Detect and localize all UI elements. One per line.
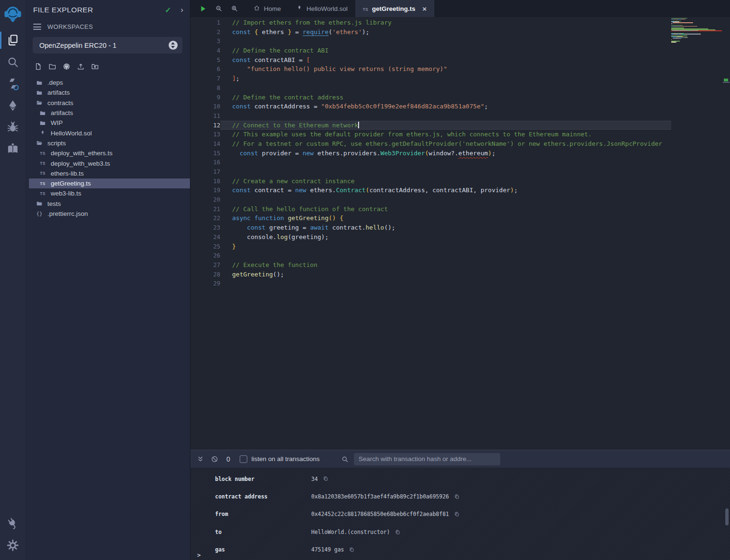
- tree-item-tests[interactable]: tests: [25, 199, 190, 209]
- code-line-26[interactable]: 26: [190, 251, 671, 260]
- code-line-3[interactable]: 3: [190, 36, 671, 46]
- debugger-icon[interactable]: [0, 116, 25, 138]
- code-line-22[interactable]: 22async function getGreeting() {: [190, 213, 671, 223]
- code-line-21[interactable]: 21// Call the hello function of the cont…: [190, 204, 671, 214]
- code-line-29[interactable]: 29: [190, 279, 671, 288]
- copy-icon[interactable]: [323, 476, 329, 482]
- code-line-9[interactable]: 9// Define the contract address: [190, 93, 671, 102]
- code-line-19[interactable]: 19const contract = new ethers.Contract(c…: [190, 186, 671, 195]
- line-number: 23: [190, 223, 220, 232]
- file-explorer-icon[interactable]: [0, 29, 25, 51]
- line-content: const { ethers } = require('ethers');: [220, 27, 671, 37]
- tree-item-wip[interactable]: WIP: [25, 118, 190, 128]
- tree-item--deps[interactable]: .deps: [25, 78, 190, 88]
- solidity-compiler-icon[interactable]: [0, 73, 25, 95]
- terminal-scrollbar-thumb[interactable]: [725, 508, 729, 525]
- code-line-18[interactable]: 18// Create a new contract instance: [190, 177, 671, 186]
- workspace-select-arrows-icon[interactable]: [169, 41, 178, 50]
- tree-item-getgreeting-ts[interactable]: TSgetGreeting.ts: [29, 178, 190, 188]
- code-line-7[interactable]: 7];: [190, 74, 671, 83]
- code-line-6[interactable]: 6 "function hello() public view returns …: [190, 64, 671, 74]
- remix-logo-icon[interactable]: [0, 2, 25, 26]
- github-icon[interactable]: [63, 62, 71, 72]
- code-line-2[interactable]: 2const { ethers } = require('ethers');: [190, 27, 671, 37]
- tree-item-contracts[interactable]: contracts: [25, 98, 190, 108]
- tab-helloworld-sol[interactable]: HelloWorld.sol: [288, 0, 355, 17]
- copy-icon[interactable]: [349, 547, 355, 553]
- code-line-15[interactable]: 15 const provider = new ethers.providers…: [190, 149, 671, 158]
- line-number: 3: [190, 36, 220, 46]
- code-line-24[interactable]: 24 console.log(greeting);: [190, 232, 671, 242]
- code-line-27[interactable]: 27// Execute the function: [190, 260, 671, 270]
- code-line-10[interactable]: 10const contractAddress = "0xb54febb5c0c…: [190, 102, 671, 111]
- upload-file-icon[interactable]: [77, 62, 85, 72]
- tree-item--prettierrc-json[interactable]: {}.prettierrc.json: [25, 209, 190, 219]
- terminal-collapse-icon[interactable]: [197, 455, 204, 463]
- copy-icon[interactable]: [395, 529, 401, 535]
- tree-item-label: ethers-lib.ts: [51, 170, 84, 177]
- deploy-run-icon[interactable]: [0, 95, 25, 116]
- tab-getgreeting-ts[interactable]: TSgetGreeting.ts×: [355, 0, 434, 17]
- learneth-icon[interactable]: [0, 138, 25, 160]
- line-number: 17: [190, 167, 220, 177]
- code-line-17[interactable]: 17: [190, 167, 671, 177]
- copy-icon[interactable]: [454, 511, 460, 517]
- tab-home[interactable]: Home: [246, 0, 288, 17]
- minimap[interactable]: [671, 18, 722, 44]
- tree-item-helloworld-sol[interactable]: HelloWorld.sol: [25, 128, 190, 138]
- workspace-select[interactable]: OpenZeppelin ERC20 - 1: [33, 37, 182, 53]
- plugin-manager-icon[interactable]: [0, 513, 25, 534]
- line-number: 2: [190, 27, 220, 37]
- listen-transactions-checkbox[interactable]: [240, 455, 247, 463]
- code-line-25[interactable]: 25}: [190, 242, 671, 251]
- line-number: 8: [190, 83, 220, 93]
- line-content: ];: [220, 74, 671, 83]
- code-editor[interactable]: 1// Import ethers from the ethers.js lib…: [190, 17, 730, 450]
- code-line-12[interactable]: 12// Connect to the Ethereum network: [190, 121, 671, 130]
- chevron-right-icon[interactable]: ›: [180, 5, 183, 15]
- terminal-search-input[interactable]: [354, 453, 500, 465]
- settings-icon[interactable]: [0, 534, 25, 556]
- new-file-icon[interactable]: [34, 62, 42, 72]
- zoom-in-button[interactable]: [231, 5, 238, 12]
- tree-item-deploy-with-web3-ts[interactable]: TSdeploy_with_web3.ts: [25, 158, 190, 168]
- code-line-4[interactable]: 4// Define the contract ABI: [190, 46, 671, 55]
- tree-item-ethers-lib-ts[interactable]: TSethers-lib.ts: [25, 169, 190, 178]
- upload-folder-icon[interactable]: [91, 62, 99, 72]
- close-icon[interactable]: ×: [423, 5, 427, 12]
- code-line-11[interactable]: 11: [190, 111, 671, 121]
- code-line-28[interactable]: 28getGreeting();: [190, 270, 671, 279]
- code-pane[interactable]: 1// Import ethers from the ethers.js lib…: [190, 17, 671, 450]
- tree-item-label: artifacts: [47, 89, 70, 96]
- search-icon[interactable]: [0, 51, 25, 73]
- ts-icon: TS: [39, 191, 46, 196]
- code-line-16[interactable]: 16: [190, 158, 671, 167]
- tree-item-web3-lib-ts[interactable]: TSweb3-lib.ts: [25, 188, 190, 198]
- code-line-13[interactable]: 13// This example uses the default provi…: [190, 130, 671, 139]
- code-line-5[interactable]: 5const contractABI = [: [190, 55, 671, 65]
- line-content: [220, 279, 671, 288]
- new-folder-icon[interactable]: [48, 62, 56, 72]
- workspaces-menu-icon[interactable]: [33, 23, 41, 31]
- line-number: 12: [190, 121, 220, 130]
- tree-item-artifacts[interactable]: artifacts: [25, 108, 190, 118]
- tree-item-deploy-with-ethers-ts[interactable]: TSdeploy_with_ethers.ts: [25, 148, 190, 158]
- line-content: const contractAddress = "0xb54febb5c0c0f…: [220, 102, 671, 111]
- terminal-prompt[interactable]: >: [197, 551, 201, 559]
- tree-item-artifacts[interactable]: artifacts: [25, 88, 190, 98]
- tree-item-label: HelloWorld.sol: [51, 130, 92, 137]
- code-line-1[interactable]: 1// Import ethers from the ethers.js lib…: [190, 18, 671, 27]
- code-line-20[interactable]: 20: [190, 195, 671, 204]
- terminal-content[interactable]: block number34contract address0x8a120383…: [190, 468, 730, 560]
- zoom-out-button[interactable]: [215, 5, 223, 12]
- code-line-14[interactable]: 14// For a testnet or custom RPC, use et…: [190, 139, 671, 149]
- workspaces-label: WORKSPACES: [47, 23, 93, 30]
- line-content: // Execute the function: [220, 260, 671, 270]
- copy-icon[interactable]: [454, 494, 460, 500]
- clear-console-icon[interactable]: [211, 455, 218, 463]
- code-line-23[interactable]: 23 const greeting = await contract.hello…: [190, 223, 671, 232]
- tree-item-scripts[interactable]: scripts: [25, 138, 190, 148]
- code-line-8[interactable]: 8: [190, 83, 671, 93]
- line-number: 22: [190, 213, 220, 223]
- run-script-button[interactable]: [199, 5, 207, 13]
